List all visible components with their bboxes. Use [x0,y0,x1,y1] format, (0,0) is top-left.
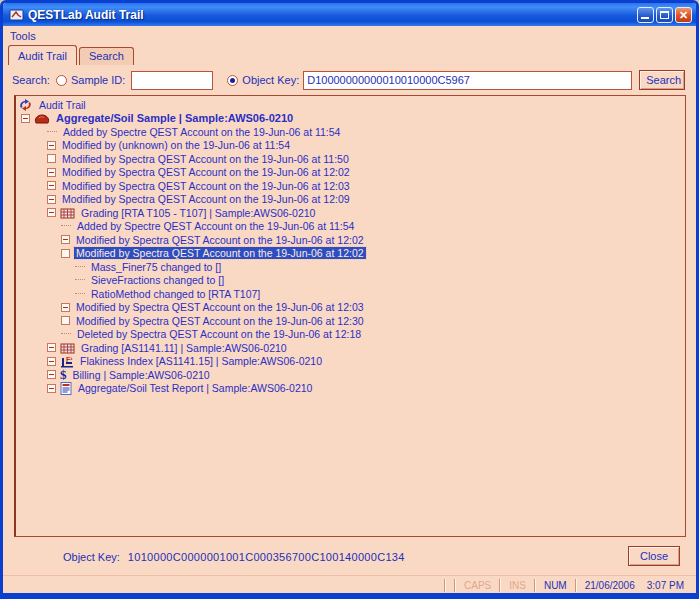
billing-icon: $ [60,369,67,381]
minimize-button[interactable] [637,7,654,23]
tree-expander-minus-icon[interactable] [47,370,56,379]
tree-row[interactable]: Modified by Spectra QEST Account on the … [16,301,685,315]
tree-expander-box-icon[interactable] [61,249,70,258]
tree-row-label: RatioMethod changed to [RTA T107] [89,288,262,300]
object-key-radio[interactable] [227,75,238,86]
tree-row-label: SieveFractions changed to [] [89,274,226,286]
tree-row[interactable]: Mass_Finer75 changed to [] [16,260,685,274]
footer-object-key-value: 1010000C0000001001C000356700C100140000C1… [128,551,405,563]
search-button[interactable]: Search [639,70,685,90]
sieve-icon [60,342,75,354]
tree-row[interactable]: Modified by Spectra QEST Account on the … [16,166,685,180]
qestlab-audit-trail-window: QESTLab Audit Trail ✕ Tools Audit Trail … [0,0,699,599]
tree-row[interactable]: Added by Spectre QEST Account on the 19-… [16,125,685,139]
search-label: Search: [12,74,50,86]
status-num-indicator: NUM [538,580,573,591]
tab-audit-trail[interactable]: Audit Trail [8,45,77,65]
menu-bar: Tools [3,26,696,46]
tree-expander-minus-icon[interactable] [61,303,70,312]
maximize-icon [660,11,669,19]
status-separator [575,579,577,592]
tree-row-label: Modified by Spectra QEST Account on the … [60,166,352,178]
close-button[interactable]: Close [628,546,680,566]
tree-row[interactable]: Modified by Spectra QEST Account on the … [16,193,685,207]
sample-id-input[interactable] [131,71,213,90]
sample-id-label: Sample ID: [71,74,125,86]
tree-expander-box-icon[interactable] [61,316,70,325]
tree-row-label: Modified by Spectra QEST Account on the … [60,193,352,205]
svg-text:F¹: F¹ [66,355,73,362]
tree-row[interactable]: Modified by Spectra QEST Account on the … [16,179,685,193]
tree-row-label: Added by Spectre QEST Account on the 19-… [75,220,356,232]
tree-row[interactable]: Grading [RTA T105 - T107] | Sample:AWS06… [16,206,685,220]
tree-expander-minus-icon[interactable] [47,168,56,177]
tree-row[interactable]: Modified by Spectra QEST Account on the … [16,152,685,166]
tree-connector [61,333,71,335]
flakiness-icon: F¹ [60,355,74,368]
sample-id-radio[interactable] [56,75,67,86]
object-key-label: Object Key: [242,74,299,86]
tree-expander-minus-icon[interactable] [47,208,56,217]
tree-row-label: Audit Trail [37,99,88,111]
menu-item-tools[interactable]: Tools [3,28,43,44]
tree-row[interactable]: F¹Flakiness Index [AS1141.15] | Sample:A… [16,355,685,369]
window-title: QESTLab Audit Trail [28,8,635,22]
tree-row[interactable]: Modified by Spectra QEST Account on the … [16,233,685,247]
tree-row[interactable]: $Billing | Sample:AWS06-0210 [16,368,685,382]
tree-row-label: Modified by (unknown) on the 19-Jun-06 a… [60,139,292,151]
tree-row[interactable]: SieveFractions changed to [] [16,274,685,288]
tree-row-label: Deleted by Spectra QEST Account on the 1… [75,328,363,340]
tree-row[interactable]: Added by Spectre QEST Account on the 19-… [16,220,685,234]
tree-expander-minus-icon[interactable] [21,114,30,123]
tree-expander-minus-icon[interactable] [47,357,56,366]
tree-expander-minus-icon[interactable] [47,195,56,204]
tree-row[interactable]: Modified by Spectra QEST Account on the … [16,247,685,261]
object-key-input[interactable] [303,71,632,90]
tree-row-label: Modified by Spectra QEST Account on the … [60,180,352,192]
tree-row-label: Modified by Spectra QEST Account on the … [74,247,366,259]
footer: Object Key: 1010000C0000001001C000356700… [3,543,696,571]
tree-connector [75,293,85,295]
sieve-icon [60,207,75,219]
tree-expander-minus-icon[interactable] [47,181,56,190]
title-bar: QESTLab Audit Trail ✕ [3,3,696,26]
tree-row[interactable]: RatioMethod changed to [RTA T107] [16,287,685,301]
tree-row-label: Grading [AS1141.11] | Sample:AWS06-0210 [79,342,289,354]
status-ins-indicator: INS [503,580,532,591]
tree-row[interactable]: Aggregate/Soil Test Report | Sample:AWS0… [16,382,685,396]
tree-row-label: Added by Spectre QEST Account on the 19-… [61,126,342,138]
tree-row[interactable]: Modified by Spectra QEST Account on the … [16,314,685,328]
tree-expander-minus-icon[interactable] [61,235,70,244]
tab-strip: Audit Trail Search [8,47,696,65]
tree-row[interactable]: Aggregate/Soil Sample | Sample:AWS06-021… [16,112,685,126]
tree-row-label: Flakiness Index [AS1141.15] | Sample:AWS… [78,355,324,367]
app-icon [9,8,24,22]
status-separator [454,579,456,592]
tree-connector [61,225,71,227]
tree-connector [47,131,57,133]
tree-row[interactable]: Deleted by Spectra QEST Account on the 1… [16,328,685,342]
tree-expander-minus-icon[interactable] [47,384,56,393]
tab-search[interactable]: Search [79,47,134,65]
status-separator [444,579,446,592]
status-date: 21/06/2006 [579,580,641,591]
status-separator [499,579,501,592]
report-icon [60,382,72,395]
close-window-button[interactable]: ✕ [675,7,692,23]
close-icon: ✕ [679,9,688,21]
tree-row[interactable]: Audit Trail [16,98,685,112]
status-time: 3:07 PM [641,580,690,591]
tree-row[interactable]: Modified by (unknown) on the 19-Jun-06 a… [16,139,685,153]
tree-row-label: Billing | Sample:AWS06-0210 [71,369,212,381]
tree-connector [75,279,85,281]
tree-expander-box-icon[interactable] [47,154,56,163]
tree-expander-minus-icon[interactable] [47,343,56,352]
tree-row-label: Mass_Finer75 changed to [] [89,261,223,273]
tree-expander-minus-icon[interactable] [47,141,56,150]
maximize-button[interactable] [656,7,673,23]
search-row: Search: Sample ID: Object Key: Search [3,67,696,93]
tree-row-label: Aggregate/Soil Test Report | Sample:AWS0… [76,382,314,394]
audit-trail-icon [18,99,33,111]
tree-row-label: Modified by Spectra QEST Account on the … [74,315,366,327]
tree-row[interactable]: Grading [AS1141.11] | Sample:AWS06-0210 [16,341,685,355]
